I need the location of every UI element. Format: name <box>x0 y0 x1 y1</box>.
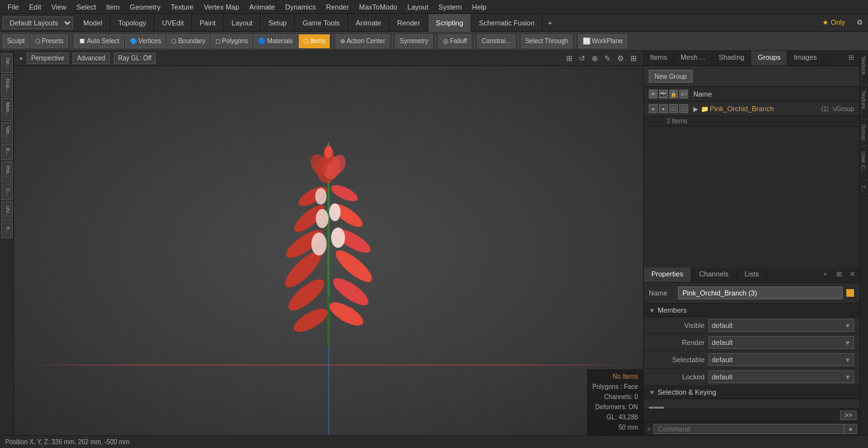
props-tab-lists[interactable]: Lists <box>737 268 768 282</box>
menu-geometry[interactable]: Geometry <box>125 2 165 12</box>
auto-select-btn[interactable]: 🔲 Auto Select <box>74 34 124 48</box>
gi-cam-icon[interactable]: ● <box>659 104 668 113</box>
presets-btn[interactable]: ⬡ Presets <box>31 34 68 48</box>
menu-dynamics[interactable]: Dynamics <box>280 2 321 12</box>
sidebar-tab-e[interactable]: E... <box>1 144 13 160</box>
visible-select[interactable]: default ▼ <box>709 319 854 332</box>
boundary-btn[interactable]: ⬡ Boundary <box>166 34 210 48</box>
polygons-btn[interactable]: ◻ Polygons <box>211 34 252 48</box>
tab-game-tools[interactable]: Game Tools <box>295 14 348 32</box>
menu-view[interactable]: View <box>46 2 72 12</box>
fr-tab-user-c[interactable]: User C... <box>860 146 868 180</box>
gi-lock-icon[interactable]: □ <box>679 104 688 113</box>
select-through-btn[interactable]: Select Through <box>521 34 573 48</box>
tab-layout[interactable]: Layout <box>224 14 261 32</box>
props-tab-plus[interactable]: + <box>818 268 832 282</box>
layout-dropdown[interactable]: Default Layouts <box>3 17 73 29</box>
tab-setup[interactable]: Setup <box>261 14 295 32</box>
props-tab-channels[interactable]: Channels <box>691 268 736 282</box>
col-icon-eye[interactable]: 👁 <box>649 90 658 98</box>
rp-tab-shading[interactable]: Shading <box>712 51 751 65</box>
group-item-expand-icon[interactable]: ▶ <box>693 105 698 112</box>
viewport-dot-icon[interactable]: ● <box>19 55 23 62</box>
vertices-btn[interactable]: 🔷 Vertices <box>125 34 166 48</box>
col-icon-lock[interactable]: 🔒 <box>669 90 678 98</box>
sidebar-tab-f[interactable]: F... <box>1 222 13 238</box>
menu-edit[interactable]: Edit <box>24 2 46 12</box>
name-side-icon[interactable] <box>846 289 854 297</box>
symmetry-btn[interactable]: Symmetry <box>395 34 433 48</box>
sidebar-tab-pol[interactable]: Pol... <box>1 161 13 182</box>
tab-animate[interactable]: Animate <box>348 14 390 32</box>
menu-help[interactable]: Help <box>467 2 492 12</box>
sidebar-tab-mes[interactable]: Mes... <box>1 98 13 121</box>
col-icon-tag[interactable]: 🏷 <box>679 90 688 98</box>
fr-tab-texture2[interactable]: Texture... <box>860 85 868 119</box>
group-list-item[interactable]: ● ● □ □ ▶ 📁 Pink_Orchid_Branch (1) :vGro… <box>644 102 859 116</box>
action-center-btn[interactable]: ⊕ Action Center <box>336 34 390 48</box>
workplane-btn[interactable]: ⬜ WorkPlane <box>578 34 627 48</box>
rp-tab-items[interactable]: Items <box>644 51 674 65</box>
sidebar-tab-ver[interactable]: Ver... <box>1 122 13 142</box>
fr-tab-group[interactable]: Group <box>860 119 868 146</box>
tab-topology[interactable]: Topology <box>111 14 154 32</box>
rp-tab-expand-icon[interactable]: ⊞ <box>843 51 859 65</box>
items-btn[interactable]: ⬡ Items <box>299 34 330 48</box>
tab-paint[interactable]: Paint <box>192 14 224 32</box>
sidebar-tab-de[interactable]: De... <box>1 53 13 73</box>
sidebar-tab-dup[interactable]: Dup... <box>1 74 13 97</box>
menu-animate[interactable]: Animate <box>244 2 280 12</box>
constraints-btn[interactable]: Constrai... <box>477 34 515 48</box>
command-submit-btn[interactable]: ● <box>844 424 857 434</box>
ray-gl-btn[interactable]: Ray GL: Off <box>114 53 156 64</box>
vp-icon-4[interactable]: ✎ <box>604 54 611 63</box>
menu-system[interactable]: System <box>433 2 467 12</box>
rp-tab-mesh[interactable]: Mesh ... <box>674 51 712 65</box>
tab-schematic-fusion[interactable]: Schematic Fusion <box>471 14 543 32</box>
gi-render-icon[interactable]: □ <box>669 104 678 113</box>
selection-keying-header[interactable]: ▼ Selection & Keying <box>644 386 859 399</box>
materials-btn[interactable]: 🔵 Materials <box>254 34 297 48</box>
gi-eye-icon[interactable]: ● <box>649 104 658 113</box>
new-group-btn[interactable]: New Group <box>649 70 693 83</box>
rp-tab-groups[interactable]: Groups <box>751 51 787 65</box>
fr-tab-t[interactable]: T... <box>860 180 868 198</box>
falloff-btn[interactable]: ◎ Falloff <box>438 34 471 48</box>
members-section-header[interactable]: ▼ Members <box>644 304 859 317</box>
selectable-select[interactable]: default ▼ <box>709 353 854 366</box>
rp-tab-images[interactable]: Images <box>787 51 824 65</box>
layout-gear-icon[interactable]: ⚙ <box>851 16 868 29</box>
menu-texture[interactable]: Texture <box>166 2 199 12</box>
layout-plus-btn[interactable]: + <box>543 17 557 29</box>
advanced-btn[interactable]: Advanced <box>72 53 109 64</box>
col-icon-cam[interactable]: 📷 <box>659 90 668 98</box>
command-input[interactable] <box>653 424 844 434</box>
perspective-btn[interactable]: Perspective <box>27 53 69 64</box>
menu-file[interactable]: File <box>3 2 24 12</box>
vp-icon-1[interactable]: ⊞ <box>566 54 573 63</box>
vp-icon-3[interactable]: ⊕ <box>592 54 598 63</box>
menu-select[interactable]: Select <box>71 2 101 12</box>
right-panel-expand-btn[interactable]: >> <box>840 411 857 420</box>
props-close-icon[interactable]: ✕ <box>846 268 859 282</box>
vp-icon-6[interactable]: ⊞ <box>630 54 637 63</box>
render-select[interactable]: default ▼ <box>709 336 854 349</box>
sidebar-tab-c[interactable]: C... <box>1 184 13 200</box>
fr-tab-texture1[interactable]: Texture... <box>860 51 868 85</box>
layout-only-btn[interactable]: ★ Only <box>818 17 849 28</box>
3d-viewport[interactable]: No Items Polygons : Face Channels: 0 Def… <box>14 66 643 435</box>
props-tab-properties[interactable]: Properties <box>644 268 691 282</box>
vp-icon-2[interactable]: ↺ <box>579 54 585 63</box>
tab-uvedit[interactable]: UVEdit <box>154 14 192 32</box>
menu-maxtomodo[interactable]: MaxToModo <box>354 2 402 12</box>
sculpt-btn[interactable]: Sculpt <box>3 34 29 48</box>
name-input[interactable] <box>678 287 843 299</box>
menu-item[interactable]: Item <box>101 2 125 12</box>
vp-icon-5[interactable]: ⚙ <box>617 54 624 63</box>
menu-render[interactable]: Render <box>321 2 354 12</box>
menu-vertex-map[interactable]: Vertex Map <box>199 2 245 12</box>
props-expand-icon[interactable]: ⊞ <box>832 268 846 282</box>
locked-select[interactable]: default ▼ <box>709 370 854 383</box>
sidebar-tab-uv[interactable]: UV... <box>1 201 13 221</box>
tab-model[interactable]: Model <box>76 14 111 32</box>
